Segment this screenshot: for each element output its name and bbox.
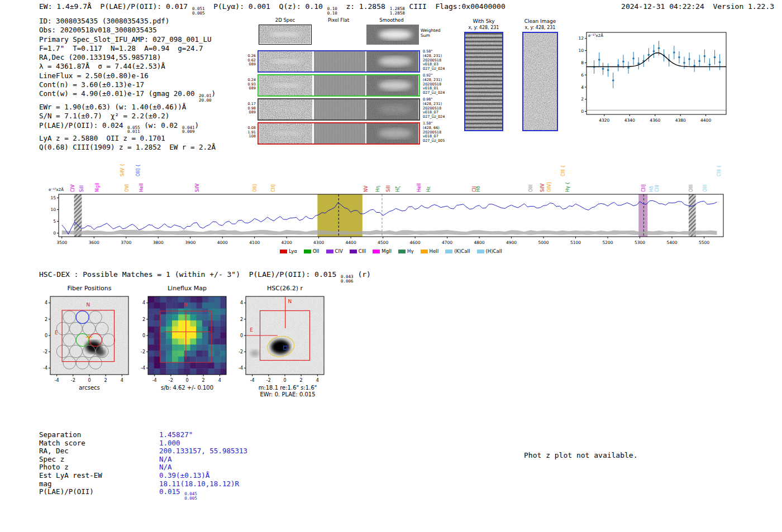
spec2d-cell: [366, 75, 418, 95]
heatmap-cell: [190, 320, 196, 327]
y-tick-label: 2: [581, 97, 584, 102]
lower-uncertainty: 0.009: [182, 130, 195, 134]
heatmap-cell: [196, 357, 202, 363]
axes-frame: [586, 32, 726, 114]
match-table-row: P(LAE)/P(OII)0.015 0.0450.005: [39, 488, 247, 501]
heatmap-cell: [154, 303, 160, 309]
y-axis-label: e⁻¹⁷x2Å: [588, 33, 603, 38]
emission-line-label: CIII: [655, 185, 660, 192]
spec2d-fiber-row: [258, 98, 420, 121]
heatmap-cell: [214, 309, 220, 315]
match-field-value: 0.39(±0.13)Å: [159, 471, 209, 480]
smooth-image: [366, 51, 418, 71]
x-tick-label: 4: [316, 378, 319, 382]
spec-image: [259, 51, 312, 71]
data-point: [678, 56, 680, 59]
emission-line-label: CII]: [641, 185, 646, 192]
stacked-uncertainty: 0.0410.009: [182, 126, 195, 135]
x-tick-label: 0: [185, 378, 188, 382]
x-tick-label: 0: [88, 378, 90, 382]
spec2d-fiber-row: [258, 122, 420, 145]
x-tick-label: 5500: [699, 240, 709, 245]
heatmap-cell: [166, 309, 172, 315]
emission-line-label: OIII: [528, 185, 533, 192]
heatmap-cell: [148, 338, 154, 344]
info-line: Primary Spec_Slot_IFU_AMP: 027_098_001_L…: [39, 35, 216, 44]
x-tick-label: -2: [169, 378, 173, 382]
heatmap-cell: [178, 368, 184, 375]
x-tick-label: 4500: [378, 240, 388, 245]
heatmap-cell: [148, 333, 154, 339]
weight-value: 089: [244, 111, 256, 115]
spec2d-cell: [314, 75, 365, 95]
emission-line-label: CIV: [70, 184, 75, 192]
y-tick-label: -2: [239, 349, 243, 354]
x-tick-label: 4: [218, 378, 221, 382]
smooth-image: [366, 75, 418, 95]
x-tick-label: 4340: [624, 118, 635, 123]
y-tick-label: -2: [141, 349, 145, 354]
x-tick-label: 3800: [153, 240, 164, 245]
emission-line-label: OVI: [125, 184, 130, 192]
fiber-info-value: 027_LU_024: [423, 115, 459, 119]
heatmap-cell: [214, 368, 220, 375]
x-tick-label: 5000: [538, 240, 549, 245]
heatmap-cell: [178, 338, 184, 344]
x-tick-label: 4400: [346, 240, 356, 245]
text-segment: z: 1.2858: [337, 2, 390, 11]
x-tick-label: 3700: [121, 240, 131, 245]
legend-item: CIII: [350, 248, 366, 254]
heatmap-cell: [190, 357, 196, 363]
catalog-match-table: Separation1.45827"Match score1.000RA, De…: [39, 431, 247, 501]
heatmap-cell: [178, 344, 184, 351]
heatmap-cell: [178, 333, 184, 339]
heatmap-cell: [160, 314, 166, 320]
match-field-label: Separation: [39, 431, 159, 439]
y-tick-label: 10: [578, 48, 584, 53]
legend-color-swatch: [421, 250, 428, 253]
info-line: P(LAE)/P(OII): 0.024 0.0550.011 (w: 0.02…: [39, 121, 216, 135]
y-tick-label: -2: [43, 349, 47, 354]
info-line: F=1.7" T=0.117 N=1.28 A=0.94 g=24.7: [39, 44, 216, 53]
x-tick-label: 4380: [675, 118, 686, 123]
heatmap-cell: [214, 362, 220, 368]
heatmap-cell: [190, 314, 196, 320]
clean-image: [523, 33, 557, 130]
heatmap-cell: [154, 338, 160, 344]
text-segment: 200.133157, 55.985313: [159, 447, 247, 455]
text-segment: N/A: [159, 455, 172, 463]
x-tick-label: -4: [55, 378, 59, 382]
heatmap-cell: [148, 327, 154, 333]
legend-label: MgII: [382, 248, 392, 254]
text-segment: ): [212, 89, 216, 98]
y-tick-label: 4: [45, 300, 47, 305]
emission-line-label: SiIV: [540, 183, 545, 192]
text-segment: Q(0.68) CIII(1909) z = 1.2852 EW r = 2.2…: [39, 143, 216, 151]
spec2d-cell: [366, 99, 418, 119]
hsc-cutout-xlabel1: m:18.1 re:1.6" s:1.6": [246, 385, 330, 391]
legend-label: OII: [313, 248, 320, 254]
legend-color-swatch: [398, 250, 406, 253]
spec-image: [259, 75, 312, 95]
heatmap-cell: [184, 362, 190, 368]
highlight-band: [74, 194, 82, 237]
heatmap-cell: [214, 333, 220, 339]
x-tick-label: 0: [283, 378, 286, 382]
heatmap-cell: [160, 362, 166, 368]
heatmap-cell: [160, 309, 166, 315]
spec-image: [259, 123, 312, 143]
heatmap-cell: [220, 296, 226, 303]
emission-line-label: MgII: [95, 183, 100, 192]
x-tick-label: 4800: [474, 240, 485, 245]
heatmap-cell: [196, 314, 202, 320]
heatmap-cell: [172, 344, 178, 351]
full-spectrum-plot: 3500360037003800390040004100420043004400…: [48, 152, 732, 250]
heatmap-cell: [178, 362, 184, 368]
heatmap-cell: [184, 320, 190, 327]
header-date-version: 2024-12-31 04:22:24 Version 1.22.3: [621, 2, 774, 11]
text-segment: Primary Spec_Slot_IFU_AMP: 027_098_001_L…: [39, 35, 212, 44]
heatmap-cell: [214, 357, 220, 363]
heatmap-cell: [166, 338, 172, 344]
heatmap-cell: [202, 296, 208, 303]
emission-line-label: SiII: [79, 185, 84, 192]
